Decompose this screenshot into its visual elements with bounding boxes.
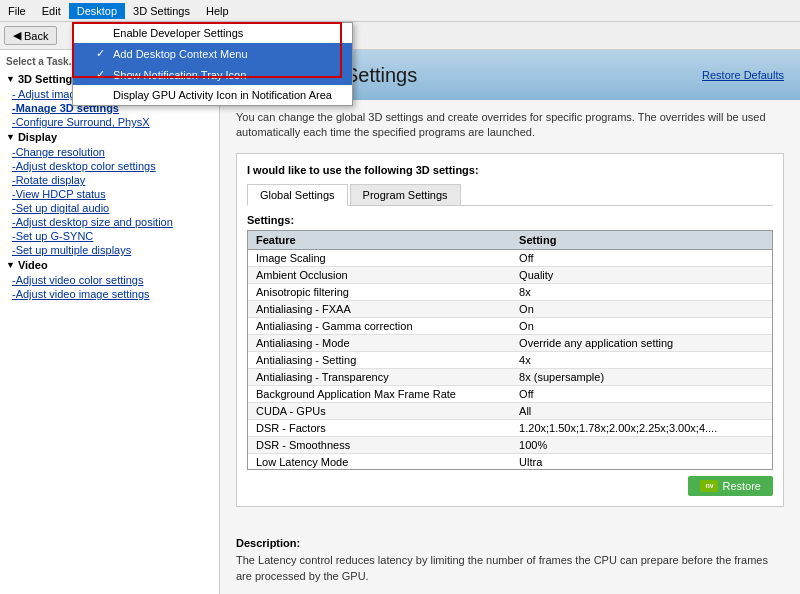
section-label-display: Display <box>18 131 57 143</box>
settings-table: Feature Setting Image ScalingOffAmbient … <box>248 231 772 470</box>
settings-box: I would like to use the following 3D set… <box>236 153 784 507</box>
feature-cell: Low Latency Mode <box>248 453 511 470</box>
settings-box-title: I would like to use the following 3D set… <box>247 164 773 176</box>
table-row[interactable]: DSR - Factors1.20x;1.50x;1.78x;2.00x;2.2… <box>248 419 772 436</box>
setting-cell: Override any application setting <box>511 334 772 351</box>
table-row[interactable]: Antialiasing - ModeOverride any applicat… <box>248 334 772 351</box>
feature-cell: Antialiasing - Transparency <box>248 368 511 385</box>
setting-cell: 1.20x;1.50x;1.78x;2.00x;2.25x;3.00x;4...… <box>511 419 772 436</box>
section-label-video: Video <box>18 259 48 271</box>
table-row[interactable]: DSR - Smoothness100% <box>248 436 772 453</box>
setting-cell: Off <box>511 385 772 402</box>
restore-area: nv Restore <box>247 476 773 496</box>
restore-defaults-button[interactable]: Restore Defaults <box>702 69 784 81</box>
tree-item-desktop-size[interactable]: -Adjust desktop size and position <box>0 215 219 229</box>
col-header-feature: Feature <box>248 231 511 250</box>
table-row[interactable]: CUDA - GPUsAll <box>248 402 772 419</box>
description-box: Description: The Latency control reduces… <box>220 529 800 594</box>
dropdown-item-label: Display GPU Activity Icon in Notificatio… <box>113 89 332 101</box>
feature-cell: DSR - Smoothness <box>248 436 511 453</box>
col-header-setting: Setting <box>511 231 772 250</box>
table-row[interactable]: Antialiasing - Gamma correctionOn <box>248 317 772 334</box>
settings-label: Settings: <box>247 214 773 226</box>
dropdown-show-notification[interactable]: ✓ Show Notification Tray Icon <box>73 64 352 85</box>
feature-cell: Ambient Occlusion <box>248 266 511 283</box>
table-row[interactable]: Image ScalingOff <box>248 249 772 266</box>
tree-item-rotate[interactable]: -Rotate display <box>0 173 219 187</box>
setting-cell: Quality <box>511 266 772 283</box>
table-row[interactable]: Antialiasing - Setting4x <box>248 351 772 368</box>
dropdown-item-label: Add Desktop Context Menu <box>113 48 248 60</box>
feature-cell: Image Scaling <box>248 249 511 266</box>
tree-item-hdcp[interactable]: -View HDCP status <box>0 187 219 201</box>
restore-btn-label: Restore <box>722 480 761 492</box>
feature-cell: Anisotropic filtering <box>248 283 511 300</box>
menu-file[interactable]: File <box>0 3 34 19</box>
check-show-notification: ✓ <box>93 68 107 81</box>
tree-section-display[interactable]: ▼ Display <box>0 129 219 145</box>
table-row[interactable]: Low Latency ModeUltra <box>248 453 772 470</box>
setting-cell: On <box>511 300 772 317</box>
description-title: Description: <box>236 537 784 549</box>
section-label-3d: 3D Settings <box>18 73 79 85</box>
dropdown-add-context-menu[interactable]: ✓ Add Desktop Context Menu <box>73 43 352 64</box>
feature-cell: Antialiasing - Setting <box>248 351 511 368</box>
tab-program-settings[interactable]: Program Settings <box>350 184 461 205</box>
right-panel: Manage 3D Settings Restore Defaults You … <box>220 50 800 594</box>
menu-help[interactable]: Help <box>198 3 237 19</box>
feature-cell: Antialiasing - Mode <box>248 334 511 351</box>
tree-item-gsync[interactable]: -Set up G-SYNC <box>0 229 219 243</box>
menu-3dsettings[interactable]: 3D Settings <box>125 3 198 19</box>
collapse-arrow-display: ▼ <box>6 132 15 142</box>
description-text: The Latency control reduces latency by l… <box>236 553 784 584</box>
nvidia-icon: nv <box>700 480 718 492</box>
back-arrow-icon: ◀ <box>13 29 21 42</box>
setting-cell: 100% <box>511 436 772 453</box>
tree-item-multiple-displays[interactable]: -Set up multiple displays <box>0 243 219 257</box>
table-row[interactable]: Anisotropic filtering8x <box>248 283 772 300</box>
setting-cell: On <box>511 317 772 334</box>
setting-cell: Off <box>511 249 772 266</box>
menu-desktop[interactable]: Desktop <box>69 3 125 19</box>
desktop-dropdown-menu: Enable Developer Settings ✓ Add Desktop … <box>72 22 353 106</box>
menubar: File Edit Desktop 3D Settings Help <box>0 0 800 22</box>
tree-item-digital-audio[interactable]: -Set up digital audio <box>0 201 219 215</box>
setting-cell: 4x <box>511 351 772 368</box>
menu-edit[interactable]: Edit <box>34 3 69 19</box>
tree-item-change-res[interactable]: -Change resolution <box>0 145 219 159</box>
dropdown-enable-developer[interactable]: Enable Developer Settings <box>73 23 352 43</box>
tab-global-settings[interactable]: Global Settings <box>247 184 348 206</box>
table-row[interactable]: Antialiasing - Transparency8x (supersamp… <box>248 368 772 385</box>
restore-button[interactable]: nv Restore <box>688 476 773 496</box>
tree-item-configure-surround[interactable]: -Configure Surround, PhysX <box>0 115 219 129</box>
feature-cell: Background Application Max Frame Rate <box>248 385 511 402</box>
setting-cell: Ultra <box>511 453 772 470</box>
collapse-arrow-3d: ▼ <box>6 74 15 84</box>
table-row[interactable]: Background Application Max Frame RateOff <box>248 385 772 402</box>
feature-cell: DSR - Factors <box>248 419 511 436</box>
dropdown-item-label: Show Notification Tray Icon <box>113 69 246 81</box>
tree-section-video[interactable]: ▼ Video <box>0 257 219 273</box>
tree-item-adjust-color[interactable]: -Adjust desktop color settings <box>0 159 219 173</box>
dropdown-display-gpu-activity[interactable]: Display GPU Activity Icon in Notificatio… <box>73 85 352 105</box>
feature-cell: CUDA - GPUs <box>248 402 511 419</box>
table-row[interactable]: Ambient OcclusionQuality <box>248 266 772 283</box>
collapse-arrow-video: ▼ <box>6 260 15 270</box>
back-label: Back <box>24 30 48 42</box>
tabs-container: Global Settings Program Settings <box>247 184 773 206</box>
setting-cell: 8x <box>511 283 772 300</box>
panel-description: You can change the global 3D settings an… <box>236 110 784 141</box>
panel-content: You can change the global 3D settings an… <box>220 100 800 529</box>
setting-cell: 8x (supersample) <box>511 368 772 385</box>
table-row[interactable]: Antialiasing - FXAAOn <box>248 300 772 317</box>
feature-cell: Antialiasing - FXAA <box>248 300 511 317</box>
setting-cell: All <box>511 402 772 419</box>
tree-item-video-image[interactable]: -Adjust video image settings <box>0 287 219 301</box>
settings-table-container[interactable]: Feature Setting Image ScalingOffAmbient … <box>247 230 773 470</box>
dropdown-item-label: Enable Developer Settings <box>113 27 243 39</box>
tree-item-video-color[interactable]: -Adjust video color settings <box>0 273 219 287</box>
back-button[interactable]: ◀ Back <box>4 26 57 45</box>
left-panel: Select a Task... ▼ 3D Settings - Adjust … <box>0 50 220 594</box>
check-add-context: ✓ <box>93 47 107 60</box>
main-container: Select a Task... ▼ 3D Settings - Adjust … <box>0 50 800 594</box>
